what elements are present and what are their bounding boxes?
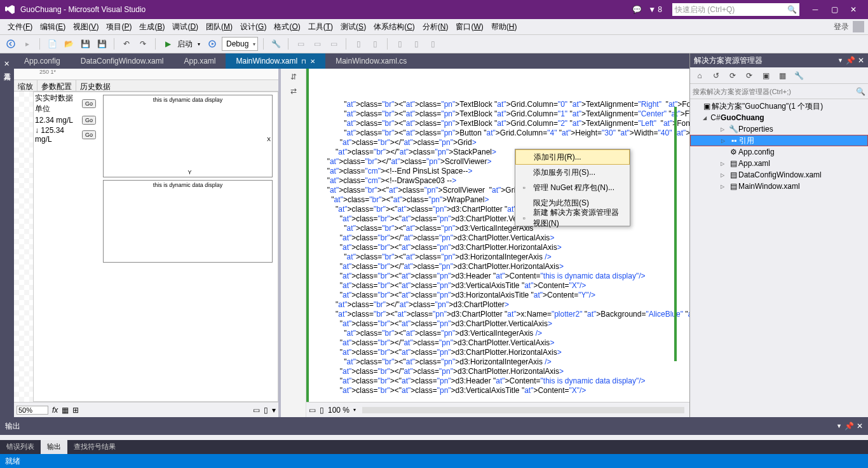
collapse-icon[interactable]: ▾ <box>272 406 276 415</box>
designer-tab-zoom[interactable]: 缩放 <box>14 80 37 91</box>
toolbox-button[interactable]: 🔧 <box>269 37 283 51</box>
menu-帮助(H)[interactable]: 帮助(H) <box>487 21 521 32</box>
snap-icon[interactable]: ⊞ <box>72 406 79 415</box>
designer-zoom-input[interactable] <box>17 406 48 415</box>
panel-dropdown-icon[interactable]: ▼ <box>837 57 843 64</box>
code-editor[interactable]: "at">class="br"><"at">class="pn">TextBlo… <box>306 69 689 402</box>
menu-格式(O)[interactable]: 格式(O) <box>270 21 304 32</box>
pin-icon[interactable]: 📌 <box>846 56 855 65</box>
open-file-button[interactable]: 📂 <box>62 37 76 51</box>
login-link[interactable]: 登录 <box>834 22 849 32</box>
layout4-button[interactable]: ▯ <box>409 37 423 51</box>
solution-search-input[interactable] <box>693 88 856 95</box>
close-button[interactable]: ✕ <box>844 0 863 19</box>
save-all-button[interactable]: 💾 <box>95 37 109 51</box>
start-debug-button[interactable]: ▶ <box>161 37 175 51</box>
menu-生成(B)[interactable]: 生成(B) <box>135 21 168 32</box>
bottom-tab-输出[interactable]: 输出 <box>41 440 67 454</box>
tree-item[interactable]: ▷▤MainWindow.xaml <box>690 181 868 192</box>
tab-close-icon[interactable]: ✕ <box>310 58 315 65</box>
layout5-button[interactable]: ▯ <box>426 37 440 51</box>
menu-编辑(E)[interactable]: 编辑(E) <box>36 21 69 32</box>
align-left-button[interactable]: ▭ <box>294 37 308 51</box>
tree-item[interactable]: ▷▤DataConfigWindow.xaml <box>690 169 868 181</box>
show-all-icon[interactable]: ▦ <box>775 69 789 83</box>
menu-窗口(W)[interactable]: 窗口(W) <box>452 21 487 32</box>
sync-solution-icon[interactable]: ⟳ <box>726 69 740 83</box>
layout1-button[interactable]: ▯ <box>351 37 365 51</box>
tree-item[interactable]: ⚙App.config <box>690 146 868 158</box>
tree-item[interactable]: ▷🔧Properties <box>690 123 868 135</box>
ctx-item[interactable]: ▫管理 NuGet 程序包(N)... <box>515 180 630 195</box>
bottom-tab-查找符号结果[interactable]: 查找符号结果 <box>67 440 122 454</box>
menu-设计(G)[interactable]: 设计(G) <box>236 21 270 32</box>
swap-icon[interactable]: ⇵ <box>290 72 297 81</box>
align-right-button[interactable]: ▭ <box>327 37 341 51</box>
side-toolbox-tab[interactable]: ✕工具箱 <box>0 53 14 417</box>
go-button[interactable]: Go <box>82 116 96 125</box>
bottom-tab-错误列表[interactable]: 错误列表 <box>0 440 41 454</box>
designer-tab-param[interactable]: 参数配置 <box>37 80 76 91</box>
go-button[interactable]: Go <box>82 99 96 108</box>
layout2-button[interactable]: ▯ <box>368 37 382 51</box>
new-project-button[interactable]: 📄 <box>45 37 59 51</box>
tree-item[interactable]: ◢C#GuoChuang <box>690 112 868 123</box>
align-center-button[interactable]: ▭ <box>310 37 324 51</box>
menu-工具(T)[interactable]: 工具(T) <box>304 21 337 32</box>
output-close-icon[interactable]: ✕ <box>857 422 863 430</box>
home-icon[interactable]: ⌂ <box>693 69 707 83</box>
menu-视图(V)[interactable]: 视图(V) <box>69 21 102 32</box>
grid-icon[interactable]: ▦ <box>62 406 69 415</box>
layout3-button[interactable]: ▯ <box>393 37 407 51</box>
menu-调试(D)[interactable]: 调试(D) <box>168 21 202 32</box>
menu-体系结构(C)[interactable]: 体系结构(C) <box>370 21 419 32</box>
back-icon[interactable]: ↺ <box>709 69 723 83</box>
maximize-button[interactable]: ▢ <box>825 0 844 19</box>
ctx-item[interactable]: 添加服务引用(S)... <box>515 165 630 180</box>
feedback-icon[interactable]: 💬 <box>632 4 642 15</box>
tab-App.config[interactable]: App.config <box>14 53 71 69</box>
tab-App.xaml[interactable]: App.xaml <box>173 53 226 69</box>
menu-团队(M)[interactable]: 团队(M) <box>202 21 236 32</box>
refresh-icon[interactable]: ⟳ <box>742 69 756 83</box>
tab-MainWindow.xaml.cs[interactable]: MainWindow.xaml.cs <box>325 53 417 69</box>
h-scrollbar[interactable] <box>362 407 684 413</box>
go-button[interactable]: Go <box>82 130 96 139</box>
code-zoom[interactable]: 100 % <box>328 406 349 415</box>
debug-target-button[interactable] <box>205 37 219 51</box>
undo-button[interactable]: ↶ <box>119 37 133 51</box>
tab-MainWindow.xaml[interactable]: MainWindow.xaml⊓✕ <box>226 53 325 69</box>
search-icon[interactable]: 🔍 <box>856 87 865 96</box>
config-combo[interactable]: Debug <box>222 37 258 51</box>
minimize-button[interactable]: ─ <box>806 0 825 19</box>
output-pin-icon[interactable]: 📌 <box>844 422 854 430</box>
tree-item[interactable]: ▷▪▪引用 <box>690 135 868 146</box>
notifications-icon[interactable]: ▼ <box>647 4 657 15</box>
designer-tab-hist[interactable]: 历史数据 <box>76 80 114 91</box>
outline2-icon[interactable]: ▯ <box>320 406 324 415</box>
panel-close-icon[interactable]: ✕ <box>858 56 864 65</box>
tree-item[interactable]: ▣解决方案"GuoChuang"(1 个项目) <box>690 100 868 112</box>
tab-DataConfigWindow.xaml[interactable]: DataConfigWindow.xaml <box>71 53 174 69</box>
sync-icon[interactable]: ⇄ <box>290 86 297 95</box>
save-button[interactable]: 💾 <box>78 37 92 51</box>
quick-launch-input[interactable]: 快速启动 (Ctrl+Q) 🔍 <box>672 3 799 16</box>
outline-icon[interactable]: ▭ <box>309 406 316 415</box>
fx-icon[interactable]: fx <box>52 406 58 415</box>
tree-item[interactable]: ▷▤App.xaml <box>690 158 868 169</box>
tab-pin-icon[interactable]: ⊓ <box>301 58 306 65</box>
nav-fwd-button[interactable]: ▸ <box>20 37 34 51</box>
nav-back-button[interactable] <box>4 37 18 51</box>
menu-分析(N)[interactable]: 分析(N) <box>419 21 452 32</box>
output-dropdown-icon[interactable]: ▼ <box>836 423 842 429</box>
collapse-all-icon[interactable]: ▣ <box>759 69 773 83</box>
split-h-icon[interactable]: ▭ <box>253 406 260 415</box>
menu-测试(S)[interactable]: 测试(S) <box>337 21 370 32</box>
ctx-item[interactable]: ▫新建 解决方案资源管理器 视图(N) <box>515 210 630 226</box>
user-icon[interactable] <box>853 21 864 32</box>
menu-文件(F)[interactable]: 文件(F) <box>4 21 36 32</box>
properties-icon[interactable]: 🔧 <box>792 69 806 83</box>
menu-项目(P)[interactable]: 项目(P) <box>102 21 135 32</box>
split-v-icon[interactable]: ▯ <box>264 406 268 415</box>
redo-button[interactable]: ↷ <box>136 37 150 51</box>
